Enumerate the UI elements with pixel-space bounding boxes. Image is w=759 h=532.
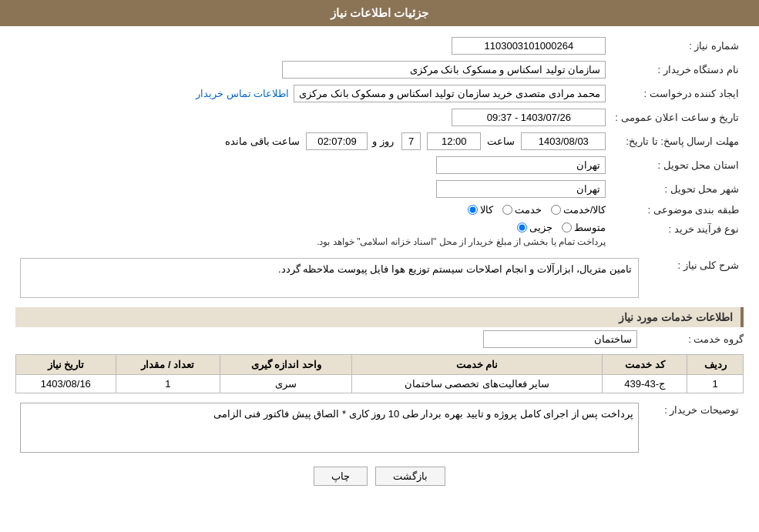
cell-unit: سری	[220, 375, 352, 393]
cell-date: 1403/08/16	[16, 375, 116, 393]
announce-datetime-value: 1403/07/26 - 09:37	[15, 105, 610, 129]
back-button[interactable]: بازگشت	[375, 467, 445, 486]
city-input: تهران	[436, 180, 606, 198]
page-header: جزئیات اطلاعات نیاز	[0, 0, 759, 26]
response-time-label: ساعت	[487, 136, 515, 147]
announce-datetime-label: تاریخ و ساعت اعلان عمومی :	[610, 105, 744, 129]
purchase-jozii-radio[interactable]	[517, 223, 527, 233]
city-label: شهر محل تحویل :	[610, 177, 744, 201]
col-service-code: کد خدمت	[603, 355, 687, 375]
province-label: استان محل تحویل :	[610, 153, 744, 177]
service-info-header: اطلاعات خدمات مورد نیاز	[15, 307, 744, 327]
response-deadline-value: 1403/08/03 ساعت 12:00 7 روز و 02:07:09 س…	[15, 129, 610, 153]
category-khidmat-label: خدمت	[515, 204, 542, 216]
col-row: ردیف	[687, 355, 744, 375]
purchase-jozii-label: جزیی	[529, 222, 552, 233]
cell-service-code: ج-43-439	[603, 375, 687, 393]
purchase-type-label: نوع فرآیند خرید :	[610, 219, 744, 250]
button-row: بازگشت چاپ	[15, 467, 744, 486]
creator-input: محمد مرادی متصدی خرید سازمان تولید اسکنا…	[294, 85, 606, 102]
category-kala[interactable]: کالا	[468, 204, 493, 216]
purchase-motavasset-radio[interactable]	[562, 223, 572, 233]
col-date: تاریخ نیاز	[16, 355, 116, 375]
cell-qty: 1	[116, 375, 220, 393]
service-group-label: گروه خدمت :	[643, 333, 744, 345]
response-day-label: روز و	[372, 136, 394, 147]
buyer-org-label: نام دستگاه خریدار :	[610, 58, 744, 82]
buyer-notes-label: توصیحات خریدار :	[643, 400, 744, 456]
col-service-name: نام خدمت	[352, 355, 603, 375]
header-title: جزئیات اطلاعات نیاز	[331, 6, 428, 19]
category-label: طبقه بندی موضوعی :	[610, 201, 744, 219]
purchase-note: پرداخت تمام یا بخشی از مبلغ خریدار از مح…	[20, 236, 606, 247]
remaining-time-label: ساعت باقی مانده	[225, 136, 300, 147]
category-kala-khidmat-label: کالا/خدمت	[563, 204, 606, 216]
buyer-org-value: سازمان تولید اسکناس و مسکوک بانک مرکزی	[15, 58, 610, 82]
contact-link[interactable]: اطلاعات تماس خریدار	[196, 88, 289, 99]
remaining-time-input: 02:07:09	[306, 132, 368, 150]
col-qty: تعداد / مقدار	[116, 355, 220, 375]
category-kala-label: کالا	[480, 204, 493, 216]
print-button[interactable]: چاپ	[314, 467, 368, 486]
summary-label: شرح کلی نیاز :	[643, 255, 744, 301]
purchase-type-motavasset[interactable]: متوسط	[562, 222, 606, 233]
need-number-value: 1103003101000264	[15, 34, 610, 58]
response-date-input: 1403/08/03	[521, 132, 606, 150]
purchase-type-jozii[interactable]: جزیی	[517, 222, 552, 233]
need-number-label: شماره نیاز :	[610, 34, 744, 58]
purchase-motavasset-label: متوسط	[574, 222, 606, 233]
table-row: 1 ج-43-439 سایر فعالیت‌های تخصصی ساختمان…	[16, 375, 744, 393]
province-input: تهران	[436, 156, 606, 174]
purchase-type-radio-group: متوسط جزیی	[517, 222, 606, 233]
need-number-input: 1103003101000264	[452, 37, 606, 55]
service-group-input: ساختمان	[483, 330, 637, 348]
buyer-notes-text: پرداخت پس از اجرای کامل پروژه و تایید به…	[20, 403, 639, 453]
response-days-input: 7	[401, 132, 421, 150]
service-table: ردیف کد خدمت نام خدمت واحد اندازه گیری ت…	[15, 354, 744, 393]
service-group-row: گروه خدمت : ساختمان	[15, 330, 744, 348]
category-khidmat-radio[interactable]	[502, 205, 512, 215]
response-deadline-label: مهلت ارسال پاسخ: تا تاریخ:	[610, 129, 744, 153]
category-khidmat[interactable]: خدمت	[502, 204, 542, 216]
announce-datetime-input: 1403/07/26 - 09:37	[452, 109, 606, 126]
cell-service-name: سایر فعالیت‌های تخصصی ساختمان	[352, 375, 603, 393]
cell-row: 1	[687, 375, 744, 393]
col-unit: واحد اندازه گیری	[220, 355, 352, 375]
category-kala-khidmat[interactable]: کالا/خدمت	[551, 204, 606, 216]
creator-value: محمد مرادی متصدی خرید سازمان تولید اسکنا…	[15, 82, 610, 105]
creator-label: ایجاد کننده درخواست :	[610, 82, 744, 105]
response-time-input: 12:00	[427, 132, 481, 150]
category-radio-group: کالا/خدمت خدمت کالا	[468, 204, 606, 216]
category-kala-khidmat-radio[interactable]	[551, 205, 561, 215]
summary-text: تامین متریال، ابزارآلات و انجام اصلاحات …	[20, 258, 639, 298]
buyer-org-input: سازمان تولید اسکناس و مسکوک بانک مرکزی	[282, 61, 606, 79]
category-kala-radio[interactable]	[468, 205, 478, 215]
